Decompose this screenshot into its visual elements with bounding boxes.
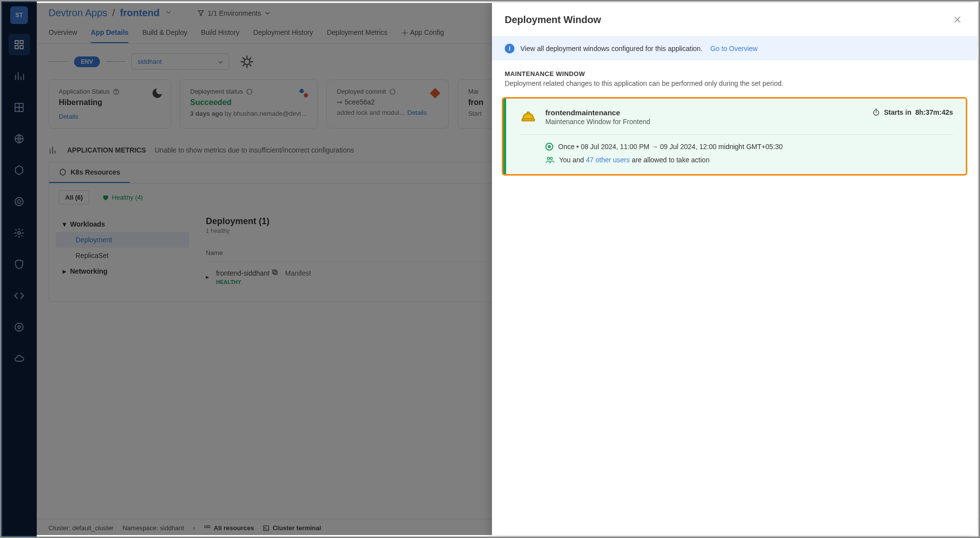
svg-point-25 <box>547 157 550 160</box>
status-dot-icon <box>545 143 553 151</box>
window-name: frontendmaintenance <box>545 108 650 117</box>
info-icon: i <box>505 44 514 53</box>
users-link[interactable]: 47 other users <box>586 156 630 164</box>
window-desc: Maintenance Window for Frontend <box>545 118 650 126</box>
section-sub: Deployment related changes to this appli… <box>505 79 964 87</box>
window-card-body: Once • 08 Jul 2024, 11:00 PM → 09 Jul 20… <box>520 135 953 164</box>
timer-label: Starts in <box>884 108 911 116</box>
deployment-window-drawer: Deployment Window i View all deployment … <box>492 3 977 535</box>
drawer-title: Deployment Window <box>505 14 601 26</box>
svg-rect-23 <box>522 119 535 121</box>
green-stripe <box>503 99 506 174</box>
schedule-text: Once • 08 Jul 2024, 11:00 PM → 09 Jul 20… <box>558 143 783 151</box>
schedule-row: Once • 08 Jul 2024, 11:00 PM → 09 Jul 20… <box>545 143 953 151</box>
hardhat-icon <box>520 108 537 125</box>
maintenance-window-card: frontendmaintenance Maintenance Window f… <box>502 97 967 176</box>
close-button[interactable] <box>951 13 964 26</box>
svg-point-26 <box>550 157 553 160</box>
window-card-header: frontendmaintenance Maintenance Window f… <box>520 108 953 135</box>
banner-text: View all deployment windows configured f… <box>520 45 703 52</box>
permission-row: You and 47 other users are allowed to ta… <box>545 155 953 164</box>
maintenance-section: MAINTENANCE WINDOW Deployment related ch… <box>492 60 977 97</box>
drawer-header: Deployment Window <box>492 3 977 37</box>
window-timer: Starts in 8h:37m:42s <box>872 108 953 116</box>
users-icon <box>545 155 554 164</box>
info-banner: i View all deployment windows configured… <box>492 37 977 60</box>
close-icon <box>953 15 962 25</box>
perm-text: You and 47 other users are allowed to ta… <box>559 156 710 164</box>
section-title: MAINTENANCE WINDOW <box>505 70 964 77</box>
stopwatch-icon <box>872 108 880 116</box>
go-to-overview-link[interactable]: Go to Overview <box>710 45 758 52</box>
timer-value: 8h:37m:42s <box>915 108 953 116</box>
